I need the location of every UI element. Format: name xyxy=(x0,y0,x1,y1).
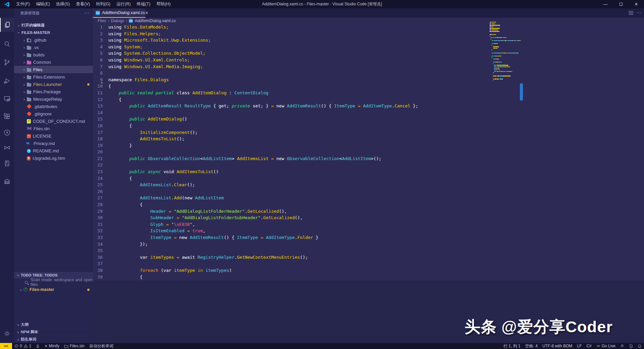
code-line[interactable]: 20 xyxy=(93,149,644,155)
tree-item-files[interactable]: ›Files xyxy=(14,66,93,73)
crumb-files[interactable]: Files xyxy=(98,18,106,23)
section-npm-scripts[interactable]: › NPM 脚本 xyxy=(14,328,93,336)
tree-item-files-launcher[interactable]: ›Files.Launcher xyxy=(14,81,93,88)
tree-item-upgradelog-htm[interactable]: UpgradeLog.htm xyxy=(14,154,93,162)
code-line[interactable]: 36 var itemTypes = await RegistryHelper.… xyxy=(93,254,644,261)
code-line[interactable]: 24 { xyxy=(93,175,644,182)
analyze-words-button[interactable]: 自动分析单词 xyxy=(87,343,116,349)
code-line[interactable]: 25 AddItemsList.Clear(); xyxy=(93,182,644,188)
menu-edit[interactable]: 编辑(E) xyxy=(33,0,53,8)
go-live-button[interactable]: Go Live xyxy=(594,343,618,349)
menu-file[interactable]: 文件(F) xyxy=(13,0,33,8)
indentation[interactable]: 空格: 4 xyxy=(523,343,540,349)
solution-button[interactable]: Files.sln xyxy=(62,343,87,349)
more-actions-icon[interactable]: ⋯ xyxy=(84,10,90,16)
tree-item--vs[interactable]: ›.vs xyxy=(14,44,93,51)
code-line[interactable]: 13 public AddItemResult ResultType { get… xyxy=(93,103,644,109)
explorer-icon[interactable] xyxy=(0,18,14,32)
code-line[interactable]: 8 xyxy=(93,70,644,77)
tree-item-builds[interactable]: ›builds xyxy=(14,51,93,58)
problems-indicator[interactable]: 0 1 xyxy=(12,343,34,349)
extensions-icon[interactable] xyxy=(0,109,14,123)
split-editor-icon[interactable] xyxy=(629,11,633,15)
menu-terminal[interactable]: 终端(T) xyxy=(133,0,153,8)
language-mode[interactable]: C# xyxy=(584,343,594,349)
tab-close-icon[interactable]: ✕ xyxy=(145,10,149,15)
tab-additemdialog[interactable]: C# AddItemDialog.xaml.cs ✕ xyxy=(93,8,146,18)
close-button[interactable]: ✕ xyxy=(629,0,644,8)
code-line[interactable]: 1using Files.DataModels; xyxy=(93,24,644,31)
code-line[interactable]: 27 AddItemsList.Add(new AddListItem xyxy=(93,195,644,201)
git-history-icon[interactable] xyxy=(0,126,14,140)
code-line[interactable]: 17 InitializeComponent(); xyxy=(93,129,644,136)
code-line[interactable]: 26 xyxy=(93,188,644,195)
tree-item-files-extensions[interactable]: ›Files.Extensions xyxy=(14,73,93,81)
account-sync-button[interactable] xyxy=(618,343,627,349)
code-line[interactable]: 16 { xyxy=(93,122,644,129)
code-line[interactable]: 29 Header = "AddDialogListFolderHeader".… xyxy=(93,208,644,215)
code-line[interactable]: 21 public ObservableCollection<AddListIt… xyxy=(93,155,644,162)
code-line[interactable]: 18 AddItemsToList(); xyxy=(93,136,644,142)
notebook-icon[interactable] xyxy=(0,156,14,170)
tree-item--gitignore[interactable]: .gitignore xyxy=(14,110,93,117)
menu-run[interactable]: 运行(R) xyxy=(113,0,133,8)
settings-gear-icon[interactable] xyxy=(0,327,14,341)
section-unknown-words[interactable]: › 陌生单词 xyxy=(14,336,93,343)
crumb-filename[interactable]: AddItemDialog.xaml.cs xyxy=(135,18,176,23)
code-line[interactable]: 5using System.Collections.ObjectModel; xyxy=(93,50,644,57)
gitmoji-button[interactable] xyxy=(34,343,42,349)
tree-item-common[interactable]: ›Common xyxy=(14,58,93,66)
code-line[interactable]: 3using Microsoft.Toolkit.Uwp.Extensions; xyxy=(93,37,644,44)
maximize-button[interactable] xyxy=(613,0,629,8)
menu-help[interactable]: 帮助(H) xyxy=(153,0,173,8)
tree-item-privacy-md[interactable]: Privacy.md xyxy=(14,140,93,147)
visual-studio-icon[interactable] xyxy=(0,141,14,155)
archive-icon[interactable] xyxy=(0,174,14,188)
tree-item-license[interactable]: LICENSE xyxy=(14,132,93,140)
code-line[interactable]: 23 public async void AddItemsToList() xyxy=(93,168,644,175)
notifications-button[interactable] xyxy=(635,343,644,349)
code-line[interactable]: 6using Windows.UI.Xaml.Controls; xyxy=(93,57,644,63)
open-editors-section[interactable]: › 打开的编辑器 xyxy=(14,21,93,29)
code-line[interactable]: 37 xyxy=(93,260,644,267)
tree-item-files-sln[interactable]: Files.sln xyxy=(14,125,93,132)
run-debug-icon[interactable] xyxy=(0,74,14,88)
code-line[interactable]: 15 public AddItemDialog() xyxy=(93,116,644,122)
tree-item-readme-md[interactable]: README.md xyxy=(14,147,93,154)
editor-more-actions-icon[interactable]: ⋯ xyxy=(636,10,641,16)
section-outline[interactable]: › 大纲 xyxy=(14,321,93,328)
tree-item-messagerelay[interactable]: ›MessageRelay xyxy=(14,95,93,103)
code-line[interactable]: 28 { xyxy=(93,201,644,208)
code-line[interactable]: 14 xyxy=(93,109,644,116)
code-line[interactable]: 10{ xyxy=(93,83,644,90)
crumb-dialogs[interactable]: Dialogs xyxy=(111,18,124,23)
code-line[interactable]: 9namespace Files.Dialogs xyxy=(93,77,644,83)
code-line[interactable]: 30 SubHeader = "AddDialogListFolderSubHe… xyxy=(93,214,644,221)
code-line[interactable]: 11 public sealed partial class AddItemDi… xyxy=(93,90,644,96)
remote-indicator[interactable]: >< xyxy=(0,343,12,349)
todo-workspace-item[interactable]: › Files-master xyxy=(14,286,93,293)
code-line[interactable]: 32 IsItemEnabled = true, xyxy=(93,228,644,234)
code-line[interactable]: 35 xyxy=(93,247,644,254)
cursor-position[interactable]: 行 1, 列 1 xyxy=(501,343,523,349)
code-line[interactable]: 7using Windows.UI.Xaml.Media.Imaging; xyxy=(93,63,644,70)
tree-item--gitattributes[interactable]: .gitattributes xyxy=(14,103,93,110)
code-line[interactable]: 31 Glyph = "\xE838", xyxy=(93,221,644,228)
code-line[interactable]: 22 xyxy=(93,162,644,168)
tree-item--github[interactable]: ›.github xyxy=(14,36,93,44)
code-line[interactable]: 4using System; xyxy=(93,44,644,50)
tree-item-code-of-conduct-md[interactable]: CODE_OF_CONDUCT.md xyxy=(14,117,93,125)
search-icon[interactable] xyxy=(0,37,14,51)
minimize-button[interactable]: — xyxy=(598,0,613,8)
minimap[interactable] xyxy=(490,22,521,86)
code-line[interactable]: 2using Files.Helpers; xyxy=(93,31,644,37)
workspace-root[interactable]: › FILES-MASTER xyxy=(14,29,93,36)
code-line[interactable]: 19 } xyxy=(93,142,644,149)
encoding[interactable]: UTF-8 with BOM xyxy=(540,343,575,349)
menu-view[interactable]: 查看(V) xyxy=(73,0,93,8)
feedback-button[interactable] xyxy=(627,343,635,349)
code-line[interactable]: 34 }); xyxy=(93,241,644,248)
minify-button[interactable]: ✕Minify xyxy=(42,343,62,349)
code-line[interactable]: 33 ItemType = new AddItemResult() { Item… xyxy=(93,234,644,241)
scrollbar-thumb[interactable] xyxy=(520,83,523,101)
